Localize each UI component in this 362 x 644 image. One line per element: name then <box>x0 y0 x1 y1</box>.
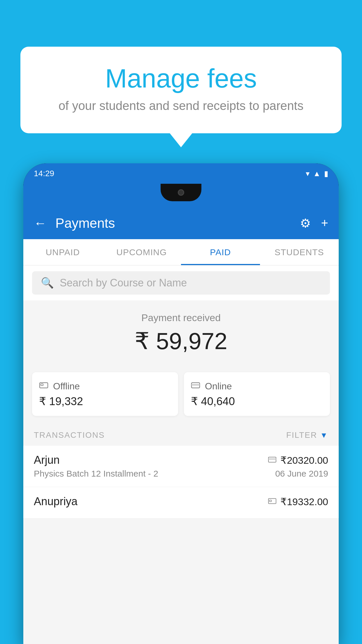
speech-bubble-subtitle: of your students and send receipts to pa… <box>35 99 327 113</box>
signal-icon: ▲ <box>313 169 321 178</box>
transaction-amount: ₹19332.00 <box>280 496 328 508</box>
offline-card: Offline ₹ 19,332 <box>32 372 178 416</box>
app-header: ← Payments ⚙ + <box>23 207 339 239</box>
transaction-row-top: Arjun ₹20320.00 <box>34 454 328 466</box>
transactions-header: TRANSACTIONS FILTER ▼ <box>23 425 339 446</box>
search-container: 🔍 Search by Course or Name <box>23 265 339 300</box>
transaction-row-bottom: Physics Batch 12 Installment - 2 06 June… <box>34 469 328 479</box>
offline-label: Offline <box>53 381 80 392</box>
camera <box>178 189 184 196</box>
transaction-student-name: Anupriya <box>34 495 78 508</box>
svg-rect-1 <box>41 384 43 386</box>
header-icons: ⚙ + <box>300 216 328 230</box>
tab-paid[interactable]: PAID <box>181 239 260 265</box>
payment-summary: Payment received ₹ 59,972 <box>23 300 339 372</box>
battery-icon: ▮ <box>324 169 328 178</box>
svg-rect-5 <box>268 458 276 459</box>
search-bar[interactable]: 🔍 Search by Course or Name <box>32 271 330 295</box>
offline-amount: ₹ 19,332 <box>39 395 171 408</box>
transaction-detail: Physics Batch 12 Installment - 2 <box>34 469 158 479</box>
card-icon <box>191 380 200 392</box>
table-row[interactable]: Anupriya ₹19332.00 <box>23 487 339 519</box>
notch-area <box>23 184 339 207</box>
offline-payment-icon <box>268 497 276 506</box>
table-row[interactable]: Arjun ₹20320.00 Physics Batch 12 Install… <box>23 446 339 487</box>
transactions-list: Arjun ₹20320.00 Physics Batch 12 Install… <box>23 446 339 519</box>
add-icon[interactable]: + <box>321 216 328 230</box>
offline-card-header: Offline <box>39 380 171 392</box>
payment-total-amount: ₹ 59,972 <box>32 328 330 355</box>
speech-bubble-title: Manage fees <box>35 64 327 93</box>
wifi-icon: ▾ <box>306 169 310 178</box>
transaction-amount-wrap: ₹19332.00 <box>268 496 328 508</box>
status-icons: ▾ ▲ ▮ <box>306 169 328 178</box>
settings-icon[interactable]: ⚙ <box>300 216 311 230</box>
tab-upcoming[interactable]: UPCOMING <box>102 239 181 265</box>
filter-label: FILTER <box>286 430 317 440</box>
back-button[interactable]: ← <box>34 216 47 230</box>
search-icon: 🔍 <box>41 277 54 289</box>
payment-cards: Offline ₹ 19,332 Online ₹ 40,640 <box>23 372 339 425</box>
online-label: Online <box>205 381 232 392</box>
payment-received-label: Payment received <box>32 312 330 323</box>
transaction-student-name: Arjun <box>34 454 60 466</box>
filter-button[interactable]: FILTER ▼ <box>286 430 328 440</box>
status-time: 14:29 <box>34 169 54 178</box>
app-title: Payments <box>55 215 291 231</box>
transaction-date: 06 June 2019 <box>275 469 328 479</box>
offline-icon <box>39 380 48 392</box>
online-card: Online ₹ 40,640 <box>184 372 330 416</box>
online-payment-icon <box>268 456 276 465</box>
phone-frame: 14:29 ▾ ▲ ▮ ← Payments ⚙ + UNPAID UPCOMI… <box>23 163 339 644</box>
transaction-amount: ₹20320.00 <box>280 454 328 466</box>
tabs-bar: UNPAID UPCOMING PAID STUDENTS <box>23 239 339 265</box>
speech-bubble: Manage fees of your students and send re… <box>20 47 342 133</box>
online-amount: ₹ 40,640 <box>191 395 323 408</box>
online-card-header: Online <box>191 380 323 392</box>
phone-content: 🔍 Search by Course or Name Payment recei… <box>23 265 339 644</box>
transaction-amount-wrap: ₹20320.00 <box>268 454 328 466</box>
svg-rect-3 <box>191 384 200 386</box>
tab-students[interactable]: STUDENTS <box>260 239 339 265</box>
transaction-row-top: Anupriya ₹19332.00 <box>34 495 328 508</box>
filter-icon: ▼ <box>320 431 328 440</box>
status-bar: 14:29 ▾ ▲ ▮ <box>23 163 339 184</box>
search-input[interactable]: Search by Course or Name <box>60 277 187 289</box>
svg-rect-7 <box>270 500 272 501</box>
tab-unpaid[interactable]: UNPAID <box>23 239 102 265</box>
transactions-label: TRANSACTIONS <box>34 430 105 440</box>
notch <box>161 184 201 201</box>
